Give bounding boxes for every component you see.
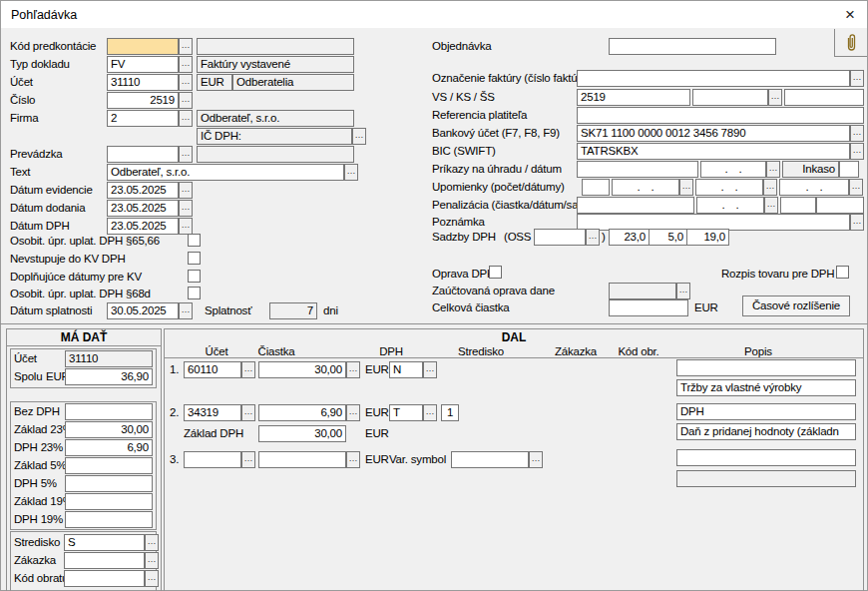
- dal-row1-ucet-input[interactable]: 60110: [184, 361, 241, 378]
- ss-input[interactable]: [784, 89, 864, 106]
- dal-row3-ucet-browse-button[interactable]: …: [241, 451, 255, 468]
- objednavka-input[interactable]: [609, 38, 776, 55]
- typ-dokladu-browse-button[interactable]: …: [179, 56, 193, 73]
- upomienky-date1-input[interactable]: . .: [612, 179, 679, 196]
- md-stredisko-browse-button[interactable]: …: [145, 534, 159, 551]
- penalizacia-date-browse-button[interactable]: …: [764, 197, 778, 214]
- prikazy-date-input[interactable]: . .: [700, 161, 766, 178]
- datum-dph-input[interactable]: 23.05.2025: [107, 218, 179, 235]
- dph-65-66-checkbox[interactable]: [188, 234, 201, 247]
- datum-splatnosti-browse-button[interactable]: …: [179, 302, 193, 319]
- casove-rozlisenie-button[interactable]: Časové rozlíšenie: [742, 296, 850, 316]
- prikazy-date-browse-button[interactable]: …: [766, 161, 780, 178]
- var-symbol-input[interactable]: [451, 451, 529, 468]
- dal-row2-ucet-browse-button[interactable]: …: [241, 404, 255, 421]
- dal-row1-ciastka-browse-button[interactable]: …: [346, 361, 360, 378]
- ucet-browse-button[interactable]: …: [179, 74, 193, 91]
- prikazy-input[interactable]: [577, 161, 698, 178]
- dal-row2-dph-input[interactable]: T: [389, 404, 423, 421]
- bic-input[interactable]: TATRSKBX: [577, 143, 850, 160]
- inkaso-checkbox[interactable]: [839, 161, 859, 178]
- text-browse-button[interactable]: …: [344, 164, 358, 181]
- bic-browse-button[interactable]: …: [850, 143, 864, 160]
- bankovy-ucet-input[interactable]: SK71 1100 0000 0012 3456 7890: [577, 125, 850, 142]
- text-input[interactable]: Odberateľ, s.r.o.: [107, 164, 344, 181]
- dal-row2-popis-input[interactable]: DPH: [676, 403, 856, 420]
- oznacenie-faktury-input[interactable]: [577, 70, 850, 87]
- predkontacia-browse-button[interactable]: …: [179, 38, 193, 55]
- oss-browse-button[interactable]: …: [586, 229, 600, 246]
- ic-dph-browse-button[interactable]: …: [352, 128, 366, 145]
- md-zakazka-input[interactable]: [64, 552, 145, 569]
- var-symbol-browse-button[interactable]: …: [529, 451, 543, 468]
- penalizacia-rate1-input[interactable]: [780, 197, 816, 214]
- sadzba-dph-1[interactable]: 23,0: [609, 229, 650, 246]
- datum-splatnosti-input[interactable]: 30.05.2025: [107, 302, 179, 319]
- sadzba-dph-3[interactable]: 19,0: [686, 229, 729, 246]
- upomienky-date2-browse-button[interactable]: …: [763, 179, 777, 196]
- upomienky-date3-browse-button[interactable]: …: [849, 179, 863, 196]
- penalizacia-amount-input[interactable]: [577, 197, 694, 214]
- md-stredisko-input[interactable]: S: [64, 534, 145, 551]
- dal-row2-ciastka-browse-button[interactable]: …: [346, 404, 360, 421]
- vs-input[interactable]: 2519: [577, 89, 690, 106]
- datum-dodania-input[interactable]: 23.05.2025: [107, 200, 179, 217]
- celkova-ciastka-input[interactable]: [609, 299, 688, 316]
- dal-row3-ucet-input[interactable]: [184, 451, 241, 468]
- md-zakazka-browse-button[interactable]: …: [145, 552, 159, 569]
- prevadzka-input[interactable]: [107, 146, 179, 163]
- penalizacia-label: Penalizácia (čiastka/dátum/sadz.): [432, 199, 597, 211]
- penalizacia-rate2-input[interactable]: [816, 197, 864, 214]
- dal-row2-kv-input[interactable]: 1: [441, 404, 459, 421]
- dal-row1-dph-browse-button[interactable]: …: [423, 361, 437, 378]
- cislo-input[interactable]: 2519: [107, 92, 179, 109]
- dal-row1-popis-input[interactable]: [676, 359, 856, 376]
- close-icon[interactable]: ×: [837, 4, 863, 26]
- attachment-button[interactable]: [834, 29, 867, 57]
- datum-evidencie-browse-button[interactable]: …: [179, 182, 193, 199]
- firma-input[interactable]: 2: [107, 110, 179, 127]
- rozpis-tovaru-checkbox[interactable]: [836, 266, 849, 279]
- vs-ks-ss-label: VS / KS / ŠS: [432, 91, 495, 103]
- dal-row3-ciastka-browse-button[interactable]: …: [346, 451, 360, 468]
- ks-browse-button[interactable]: …: [768, 89, 782, 106]
- datum-dph-browse-button[interactable]: …: [179, 218, 193, 235]
- dal-row1-ciastka-input[interactable]: 30,00: [258, 361, 346, 378]
- predkontacia-input[interactable]: [107, 38, 179, 55]
- ucet-input[interactable]: 31110: [107, 74, 179, 91]
- sadzba-dph-2[interactable]: 5,0: [649, 229, 687, 246]
- dal-row2-ucet-input[interactable]: 34319: [184, 404, 241, 421]
- upomienky-count-input[interactable]: [582, 179, 610, 196]
- zauctovana-browse-button[interactable]: …: [676, 283, 690, 299]
- dal-row3-popis-input[interactable]: [676, 449, 856, 466]
- oss-open-label: (OSS: [504, 231, 531, 243]
- dph-68d-checkbox[interactable]: [188, 287, 201, 299]
- nevstupuje-kv-checkbox[interactable]: [188, 252, 201, 265]
- oznacenie-browse-button[interactable]: …: [850, 70, 864, 87]
- doplnujuce-datumy-checkbox[interactable]: [188, 270, 201, 283]
- datum-evidencie-input[interactable]: 23.05.2025: [107, 182, 179, 199]
- upomienky-date1-browse-button[interactable]: …: [679, 179, 693, 196]
- dal-row3-ciastka-input[interactable]: [258, 451, 346, 468]
- md-kod-obratu-input[interactable]: [64, 570, 145, 587]
- dal-row1-dph-input[interactable]: N: [389, 361, 423, 378]
- firma-browse-button[interactable]: …: [179, 110, 193, 127]
- typ-dokladu-input[interactable]: FV: [107, 56, 179, 73]
- cislo-browse-button[interactable]: …: [179, 92, 193, 109]
- bankovy-ucet-browse-button[interactable]: …: [850, 125, 864, 142]
- dal-row1-ucet-browse-button[interactable]: …: [241, 361, 255, 378]
- oprava-dph-checkbox[interactable]: [489, 266, 502, 279]
- oss-input[interactable]: [534, 229, 586, 246]
- dal-row2-dph-browse-button[interactable]: …: [423, 404, 437, 421]
- poznamka-browse-button[interactable]: …: [850, 214, 864, 231]
- prevadzka-browse-button[interactable]: …: [179, 146, 193, 163]
- referencia-input[interactable]: [577, 107, 864, 124]
- penalizacia-date-input[interactable]: . .: [696, 197, 764, 214]
- zaklad-dph-input[interactable]: 30,00: [258, 425, 346, 442]
- upomienky-date3-input[interactable]: . .: [779, 179, 849, 196]
- datum-dodania-browse-button[interactable]: …: [179, 200, 193, 217]
- ks-input[interactable]: [692, 89, 768, 106]
- dal-row2-ciastka-input[interactable]: 6,90: [258, 404, 346, 421]
- md-kod-obratu-browse-button[interactable]: …: [145, 570, 159, 587]
- upomienky-date2-input[interactable]: . .: [695, 179, 763, 196]
